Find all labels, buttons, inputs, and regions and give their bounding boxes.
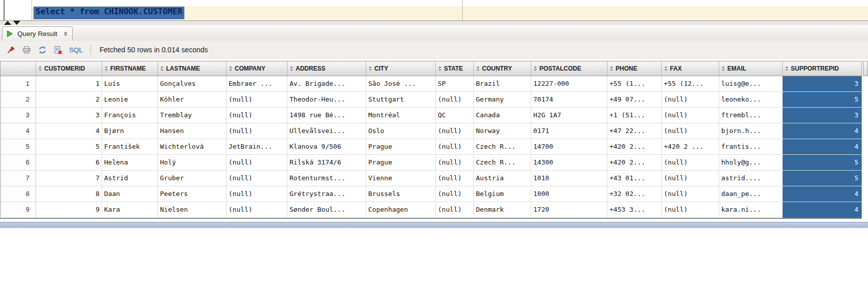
cell-city[interactable]: Montréal [366,108,436,123]
column-header-firstname[interactable]: FIRSTNAME [102,61,158,76]
cell-address[interactable]: Rotenturmst... [287,171,366,186]
cell-supportrepid[interactable]: 5 [783,171,861,186]
cell-rownum[interactable]: 6 [1,155,36,170]
cell-company[interactable]: (null) [227,202,287,218]
cell-city[interactable]: São José ... [366,76,436,91]
cell-state[interactable]: (null) [436,186,474,202]
cell-firstname[interactable]: Astrid [102,171,158,186]
cell-company[interactable]: (null) [227,123,287,139]
cell-postalcode[interactable]: 1010 [531,171,607,186]
cell-email[interactable]: bjorn.h... [719,123,783,139]
cell-company[interactable]: (null) [227,186,287,202]
cell-email[interactable]: daan_pe... [719,186,783,202]
cell-state[interactable]: QC [436,108,474,123]
cell-city[interactable]: Brussels [366,186,436,202]
cell-company[interactable]: (null) [227,155,287,170]
cell-rownum[interactable]: 4 [1,123,36,139]
cell-phone[interactable]: +55 (1... [607,76,662,91]
cell-firstname[interactable]: Daan [102,186,158,202]
cell-supportrepid[interactable]: 3 [783,76,861,91]
cell-phone[interactable]: +453 3... [607,202,662,218]
splitter-collapse-up-icon[interactable] [4,21,11,25]
cell-lastname[interactable]: Peeters [158,186,227,202]
cell-country[interactable]: Brazil [474,76,531,91]
cell-firstname[interactable]: François [102,108,158,123]
cell-phone[interactable]: +32 02... [607,186,662,202]
cell-firstname[interactable]: Helena [102,155,158,170]
tab-query-result[interactable]: Query Result x [2,26,73,40]
cell-country[interactable]: Austria [474,171,531,186]
cell-address[interactable]: Sønder Boul... [287,202,366,218]
splitter-collapse-down-icon[interactable] [13,21,20,25]
cell-postalcode[interactable]: 1000 [531,186,607,202]
cell-supportrepid[interactable]: 5 [783,92,861,107]
cell-state[interactable]: (null) [436,139,474,154]
cell-country[interactable]: Norway [474,123,531,139]
cell-address[interactable]: 1498 rue Bé... [287,108,366,123]
cell-customerid[interactable]: 4 [36,123,102,139]
cell-city[interactable]: Oslo [366,123,436,139]
cell-company[interactable]: JetBrain... [227,139,287,154]
cell-state[interactable]: SP [436,76,474,91]
cell-fax[interactable]: +55 (12... [662,76,719,91]
cell-fax[interactable]: (null) [662,202,719,218]
cell-customerid[interactable]: 9 [36,202,102,218]
cell-email[interactable]: luisg@e... [719,76,783,91]
cell-lastname[interactable]: Nielsen [158,202,227,218]
cell-company[interactable]: Embraer ... [227,76,287,91]
cell-supportrepid[interactable]: 3 [783,108,861,123]
cell-customerid[interactable]: 7 [36,171,102,186]
cell-country[interactable]: Czech R... [474,155,531,170]
cell-state[interactable]: (null) [436,155,474,170]
cell-firstname[interactable]: Luís [102,76,158,91]
cell-company[interactable]: (null) [227,92,287,107]
horizontal-scrollbar[interactable] [0,222,868,228]
cell-country[interactable]: Canada [474,108,531,123]
cell-phone[interactable]: +43 01... [607,171,662,186]
cell-postalcode[interactable]: 1720 [531,202,607,218]
cell-state[interactable]: (null) [436,123,474,139]
cell-postalcode[interactable]: 14700 [531,139,607,154]
cell-city[interactable]: Prague [366,139,436,154]
cell-lastname[interactable]: Gonçalves [158,76,227,91]
column-header-state[interactable]: STATE [436,61,474,76]
cell-lastname[interactable]: Köhler [158,92,227,107]
cell-supportrepid[interactable]: 4 [783,123,861,139]
cell-address[interactable]: Grétrystraa... [287,186,366,202]
cell-rownum[interactable]: 5 [1,139,36,154]
print-button[interactable] [21,44,32,55]
column-header-fax[interactable]: FAX [662,61,719,76]
cell-customerid[interactable]: 1 [36,76,102,91]
cell-address[interactable]: Av. Brigade... [287,76,366,91]
cell-lastname[interactable]: Tremblay [158,108,227,123]
cell-city[interactable]: Vienne [366,171,436,186]
cell-firstname[interactable]: František [102,139,158,154]
cell-rownum[interactable]: 8 [1,186,36,202]
cell-firstname[interactable]: Bjørn [102,123,158,139]
column-header-phone[interactable]: PHONE [607,61,662,76]
column-header-postalcode[interactable]: POSTALCODE [531,61,607,76]
cell-country[interactable]: Czech R... [474,139,531,154]
cell-lastname[interactable]: Holý [158,155,227,170]
cell-address[interactable]: Rilská 3174/6 [287,155,366,170]
cell-lastname[interactable]: Gruber [158,171,227,186]
cell-customerid[interactable]: 5 [36,139,102,154]
cell-email[interactable]: astrid.... [719,171,783,186]
cell-phone[interactable]: +420 2... [607,155,662,170]
cell-postalcode[interactable]: 14300 [531,155,607,170]
cell-phone[interactable]: +420 2... [607,139,662,154]
cell-rownum[interactable]: 7 [1,171,36,186]
cell-company[interactable]: (null) [227,171,287,186]
cell-customerid[interactable]: 2 [36,92,102,107]
cell-rownum[interactable]: 1 [1,76,36,91]
cell-rownum[interactable]: 2 [1,92,36,107]
cell-customerid[interactable]: 8 [36,186,102,202]
cell-supportrepid[interactable]: 5 [783,155,861,170]
cell-customerid[interactable]: 3 [36,108,102,123]
cell-address[interactable]: Klanova 9/506 [287,139,366,154]
cell-postalcode[interactable]: 12227-000 [531,76,607,91]
cell-firstname[interactable]: Kara [102,202,158,218]
cell-country[interactable]: Denmark [474,202,531,218]
sql-selected-text[interactable]: Select * from CHINOOK.CUSTOMER [34,7,184,19]
cell-postalcode[interactable]: 0171 [531,123,607,139]
